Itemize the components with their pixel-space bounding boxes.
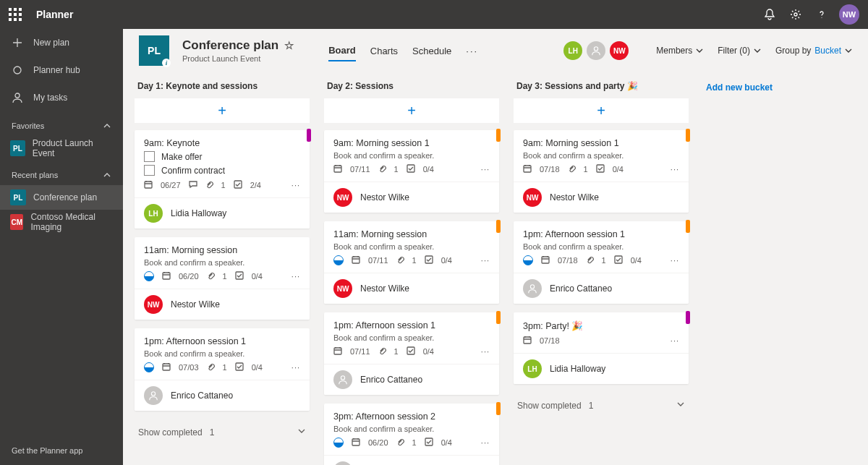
add-task-button[interactable]: + — [324, 98, 499, 123]
task-more-icon[interactable]: ··· — [671, 256, 679, 265]
checklist-icon — [596, 164, 605, 174]
task-more-icon[interactable]: ··· — [292, 272, 300, 281]
task-card[interactable]: 1pm: Afternoon session 1 Book and confir… — [514, 221, 689, 304]
nav-label: New plan — [33, 38, 69, 48]
assignee-avatar: NW — [523, 188, 542, 207]
task-assignee[interactable]: Enrico Cattaneo — [324, 364, 499, 395]
task-assignee[interactable]: Enrico Cattaneo — [135, 380, 310, 411]
nav-plus[interactable]: New plan — [0, 29, 123, 56]
checklist-item[interactable]: Confirm contract — [144, 165, 300, 176]
task-card[interactable]: 9am: Morning session 1 Book and confirm … — [324, 130, 499, 213]
favorite-star-icon[interactable]: ☆ — [284, 39, 294, 52]
task-card[interactable]: 1pm: Afternoon session 1 Book and confir… — [135, 328, 310, 411]
task-card[interactable]: 3pm: Afternoon session 2 Book and confir… — [324, 404, 499, 465]
checklist-icon — [407, 346, 415, 357]
settings-icon[interactable] — [783, 0, 809, 29]
task-title: 1pm: Afternoon session 1 — [523, 229, 679, 239]
task-assignee[interactable]: Enrico Cattaneo — [514, 273, 689, 304]
task-more-icon[interactable]: ··· — [671, 165, 679, 174]
task-more-icon[interactable]: ··· — [671, 336, 679, 345]
favorites-header[interactable]: Favorites — [0, 111, 123, 136]
task-assignee[interactable]: NWNestor Wilke — [324, 273, 499, 304]
task-assignee[interactable]: LHLidia Halloway — [135, 197, 310, 229]
svg-point-10 — [151, 392, 155, 396]
task-card[interactable]: 1pm: Afternoon session 1 Book and confir… — [324, 312, 499, 395]
task-more-icon[interactable]: ··· — [292, 181, 300, 189]
checklist-icon — [407, 164, 415, 174]
app-launcher-icon[interactable] — [9, 8, 22, 21]
plan-item[interactable]: CMContoso Medical Imaging — [0, 210, 123, 234]
task-desc: Book and confirm a speaker. — [333, 242, 490, 251]
plan-item[interactable]: PLConference plan — [0, 185, 123, 210]
task-assignee[interactable]: Enrico Cattaneo — [324, 455, 499, 465]
show-completed[interactable]: Show completed1 — [514, 393, 689, 418]
calendar-icon — [352, 438, 360, 448]
assignee-avatar: LH — [523, 359, 542, 378]
svg-rect-22 — [597, 165, 604, 172]
task-assignee[interactable]: NWNestor Wilke — [135, 289, 310, 320]
checklist-item[interactable]: Make offer — [144, 151, 300, 162]
task-card[interactable]: 11am: Morning session Book and confirm a… — [135, 237, 310, 320]
task-more-icon[interactable]: ··· — [481, 165, 490, 174]
svg-point-1 — [14, 67, 21, 74]
nav-person[interactable]: My tasks — [0, 84, 123, 111]
groupby-dropdown[interactable]: Group byBucket — [775, 46, 852, 56]
chevron-down-icon — [845, 47, 852, 54]
calendar-icon — [162, 362, 171, 372]
task-card[interactable]: 3pm: Party! 🎉 07/18··· LHLidia Halloway — [514, 312, 689, 384]
help-icon[interactable] — [809, 0, 835, 29]
user-avatar[interactable]: NW — [839, 4, 859, 25]
member-avatar[interactable]: NW — [610, 41, 629, 60]
task-tag — [686, 129, 690, 142]
more-menu-icon[interactable]: ··· — [466, 46, 478, 56]
calendar-icon — [144, 180, 153, 190]
attachment-icon — [207, 363, 215, 372]
plan-item[interactable]: PLProduct Launch Event — [0, 136, 123, 161]
attachment-icon — [396, 438, 404, 448]
filter-dropdown[interactable]: Filter (0) — [718, 46, 761, 56]
bucket-title[interactable]: Day 1: Keynote and sessions — [135, 75, 310, 98]
task-assignee[interactable]: LHLidia Halloway — [514, 353, 689, 384]
members-dropdown[interactable]: Members — [656, 46, 703, 56]
tab-board[interactable]: Board — [328, 40, 356, 61]
tab-charts[interactable]: Charts — [370, 41, 398, 61]
assignee-avatar — [144, 386, 163, 405]
bucket-title[interactable]: Day 3: Sessions and party 🎉 — [514, 75, 689, 98]
task-more-icon[interactable]: ··· — [481, 256, 490, 265]
member-avatar[interactable]: LH — [563, 41, 582, 60]
task-assignee[interactable]: NWNestor Wilke — [324, 182, 499, 213]
sidebar: New planPlanner hubMy tasks Favorites PL… — [0, 29, 123, 465]
nav-label: Planner hub — [33, 65, 80, 75]
plan-title: Conference plan☆ — [182, 38, 294, 53]
nav-circle[interactable]: Planner hub — [0, 56, 123, 84]
progress-icon — [523, 255, 533, 265]
notifications-icon[interactable] — [757, 0, 783, 29]
task-more-icon[interactable]: ··· — [292, 363, 300, 372]
checklist-icon — [425, 255, 433, 265]
task-more-icon[interactable]: ··· — [481, 438, 490, 447]
add-bucket-button[interactable]: Add new bucket — [697, 75, 781, 465]
task-title: 9am: Keynote — [144, 138, 300, 148]
task-card[interactable]: 11am: Morning session Book and confirm a… — [324, 221, 499, 304]
recent-header[interactable]: Recent plans — [0, 161, 123, 185]
add-task-button[interactable]: + — [514, 98, 689, 123]
bucket-title[interactable]: Day 2: Sessions — [324, 75, 499, 98]
get-app-link[interactable]: Get the Planner app — [0, 436, 123, 465]
add-task-button[interactable]: + — [135, 98, 310, 123]
task-title: 9am: Morning session 1 — [333, 138, 490, 148]
task-assignee[interactable]: NWNestor Wilke — [514, 182, 689, 213]
info-icon[interactable]: i — [162, 59, 171, 67]
task-more-icon[interactable]: ··· — [481, 347, 490, 356]
task-date: 07/11 — [350, 347, 370, 356]
task-card[interactable]: 9am: Morning session 1 Book and confirm … — [514, 130, 689, 213]
task-desc: Book and confirm a speaker. — [144, 349, 300, 358]
task-date: 06/20 — [368, 438, 388, 447]
assignee-avatar: NW — [333, 279, 352, 298]
svg-rect-12 — [407, 165, 414, 172]
member-avatar[interactable] — [587, 41, 605, 60]
svg-rect-15 — [334, 348, 341, 354]
task-card[interactable]: 9am: Keynote Make offerConfirm contract … — [135, 130, 310, 229]
tab-schedule[interactable]: Schedule — [412, 41, 451, 61]
show-completed[interactable]: Show completed1 — [135, 419, 310, 445]
plan-tile: PLi — [139, 35, 169, 66]
